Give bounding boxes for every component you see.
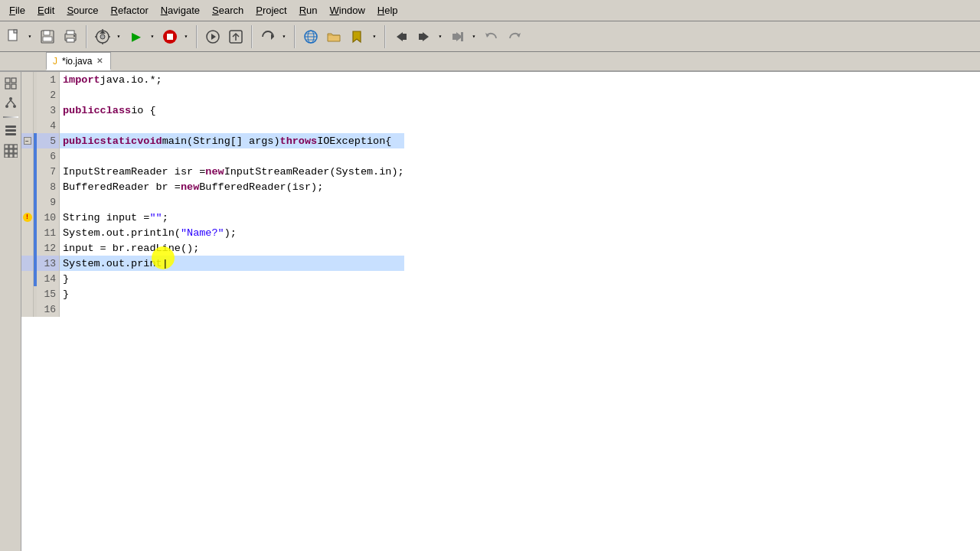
- toolbar: ▾ ▾ ▶ ▾ ▾: [0, 21, 980, 52]
- new-file-button[interactable]: [3, 26, 24, 47]
- save-button[interactable]: [37, 26, 58, 47]
- code-line-11[interactable]: System.out.println("Name?");: [60, 225, 404, 240]
- token-str: "Name?": [181, 227, 224, 239]
- menu-file[interactable]: File: [3, 3, 31, 18]
- svg-rect-39: [11, 84, 16, 89]
- code-line-6[interactable]: [60, 148, 404, 164]
- code-line-16[interactable]: [60, 302, 404, 317]
- line-number-11: 11: [37, 225, 60, 240]
- code-line-13[interactable]: System.out.print |: [60, 256, 404, 271]
- svg-rect-30: [419, 34, 423, 40]
- separator-1: [86, 25, 87, 48]
- nav-forward-dropdown[interactable]: ▾: [435, 26, 446, 47]
- code-line-2[interactable]: [60, 87, 404, 103]
- navigate-back-button[interactable]: [390, 26, 412, 47]
- sidebar-navigator-button[interactable]: [2, 75, 19, 92]
- gutter-cell-1: [21, 72, 34, 87]
- print-button[interactable]: [60, 26, 81, 47]
- undo-button[interactable]: [481, 26, 502, 47]
- svg-rect-6: [67, 31, 74, 34]
- menu-source[interactable]: Source: [60, 3, 104, 18]
- sidebar-hierarchy-button[interactable]: [2, 95, 19, 112]
- gutter: 1 import java.io.*; 2 3: [21, 72, 404, 546]
- step-over-button[interactable]: [225, 26, 247, 47]
- code-line-5[interactable]: public static void main(String[] args) t…: [60, 133, 404, 148]
- bookmark-dropdown[interactable]: ▾: [369, 26, 380, 47]
- run-dropdown[interactable]: ▾: [147, 26, 158, 47]
- line-row-1: 1 import java.io.*;: [21, 72, 404, 87]
- code-line-8[interactable]: BufferedReader br = new BufferedReader(i…: [60, 179, 404, 194]
- line-row-14: 14 }: [21, 271, 404, 286]
- refresh-button[interactable]: [257, 26, 279, 47]
- svg-rect-46: [5, 129, 16, 132]
- folder-button[interactable]: [323, 26, 345, 47]
- refresh-dropdown[interactable]: ▾: [279, 26, 289, 47]
- token-normal: io {: [131, 105, 155, 116]
- svg-rect-4: [43, 37, 52, 41]
- sidebar-grid-button[interactable]: [2, 142, 19, 159]
- svg-rect-48: [5, 145, 8, 148]
- debug-stop-button[interactable]: [159, 26, 181, 47]
- menu-run[interactable]: Run: [293, 3, 324, 18]
- code-line-3[interactable]: public class io {: [60, 103, 404, 118]
- code-line-15[interactable]: }: [60, 286, 404, 302]
- menu-navigate[interactable]: Navigate: [155, 3, 206, 18]
- code-line-9[interactable]: [60, 194, 404, 210]
- code-line-1[interactable]: import java.io.*;: [60, 72, 404, 87]
- menu-window[interactable]: Window: [324, 3, 371, 18]
- new-file-dropdown[interactable]: ▾: [24, 26, 35, 47]
- line-row-16: 16: [21, 302, 404, 317]
- svg-rect-16: [167, 34, 173, 40]
- token-normal: BufferedReader(isr);: [199, 181, 323, 193]
- navigate-last-button[interactable]: [447, 26, 469, 47]
- line-row-12: 12 input = br.readLine();: [21, 240, 404, 256]
- line-row-11: 11 System.out.println("Name?");: [21, 225, 404, 240]
- menu-search[interactable]: Search: [206, 3, 250, 18]
- sidebar-tasks-button[interactable]: [2, 122, 19, 139]
- sidebar-divider-1: [3, 116, 18, 118]
- run-button[interactable]: ▶: [126, 26, 147, 47]
- toolbar-debug-group: ▾: [159, 26, 191, 47]
- tab-close-button[interactable]: ✕: [96, 57, 103, 65]
- code-line-10[interactable]: String input = "";: [60, 210, 404, 225]
- line-row-10: ! 10 String input = "";: [21, 210, 404, 225]
- svg-rect-7: [67, 38, 74, 42]
- svg-rect-52: [9, 149, 13, 153]
- tab-io-java[interactable]: J *io.java ✕: [46, 52, 111, 70]
- line-number-3: 3: [37, 103, 60, 118]
- token-normal: System.out.println(: [63, 227, 181, 239]
- code-line-12[interactable]: input = br.readLine();: [60, 240, 404, 256]
- globe-button[interactable]: [300, 26, 322, 47]
- nav-last-dropdown[interactable]: ▾: [469, 26, 479, 47]
- svg-rect-56: [14, 154, 18, 158]
- debug-dropdown[interactable]: ▾: [181, 26, 191, 47]
- line-row-6: 6: [21, 148, 404, 164]
- svg-rect-28: [403, 34, 407, 40]
- svg-rect-54: [5, 154, 8, 158]
- fold-button-5[interactable]: −: [24, 137, 31, 145]
- line-number-16: 16: [37, 302, 60, 317]
- code-empty-area[interactable]: [21, 317, 404, 546]
- menu-edit[interactable]: Edit: [31, 3, 60, 18]
- line-row-4: 4: [21, 118, 404, 133]
- code-line-7[interactable]: InputStreamReader isr = new InputStreamR…: [60, 164, 404, 179]
- svg-rect-3: [44, 31, 50, 35]
- menu-project[interactable]: Project: [250, 3, 292, 18]
- code-line-14[interactable]: }: [60, 271, 404, 286]
- navigate-forward-button[interactable]: [413, 26, 435, 47]
- bookmark-button[interactable]: [346, 26, 368, 47]
- build-dropdown[interactable]: ▾: [113, 26, 124, 47]
- menu-help[interactable]: Help: [371, 3, 404, 18]
- build-button[interactable]: [92, 26, 113, 47]
- line-number-7: 7: [37, 164, 60, 179]
- svg-marker-18: [211, 34, 216, 40]
- gutter-cell-14: [21, 271, 34, 286]
- svg-rect-38: [5, 84, 10, 89]
- redo-button[interactable]: [504, 26, 525, 47]
- step-into-button[interactable]: [202, 26, 224, 47]
- menu-refactor[interactable]: Refactor: [105, 3, 155, 18]
- code-line-4[interactable]: [60, 118, 404, 133]
- code-editor[interactable]: 1 import java.io.*; 2 3: [21, 72, 980, 551]
- java-file-icon: J: [53, 56, 57, 67]
- line-row-5: − 5 public static void main(String[] arg…: [21, 133, 404, 148]
